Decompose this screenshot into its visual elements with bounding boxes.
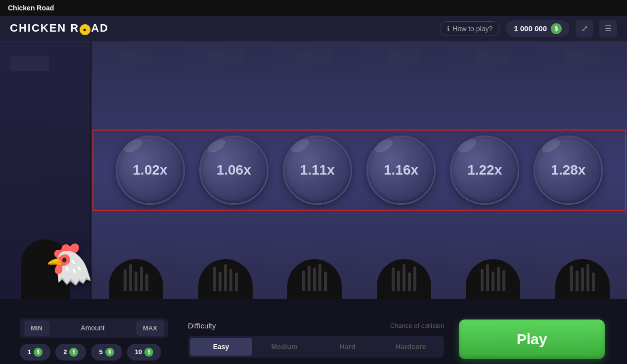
- multiplier-6[interactable]: 1.28x: [534, 136, 603, 205]
- fullscreen-button[interactable]: ⤢: [576, 20, 593, 38]
- top-decorations: [91, 49, 627, 66]
- oven-bar: [213, 267, 216, 291]
- menu-button[interactable]: ☰: [599, 20, 617, 38]
- multiplier-2[interactable]: 1.06x: [199, 136, 269, 205]
- oven-bar: [318, 264, 321, 291]
- oven-bar: [134, 272, 137, 291]
- oven-arch: [377, 259, 431, 299]
- oven-bar: [308, 266, 311, 291]
- oven-bars: [213, 267, 238, 291]
- logo: CHICKEN R●AD: [10, 22, 109, 35]
- min-button[interactable]: MIN: [24, 320, 49, 336]
- oven-3: [270, 254, 359, 299]
- oven-4: [359, 254, 449, 299]
- quick-value-1: 1: [28, 348, 31, 356]
- bottom-controls: MIN Amount MAX 1 $ 2 $ 5 $ 10 $: [0, 299, 627, 364]
- oven-bar: [124, 269, 127, 291]
- quick-value-4: 10: [135, 348, 142, 356]
- quick-amount-2[interactable]: 2 $: [55, 344, 86, 361]
- difficulty-hard[interactable]: Hard: [316, 338, 379, 356]
- oven-bar: [129, 264, 132, 291]
- title-bar: Chicken Road: [0, 0, 627, 16]
- quick-value-2: 2: [63, 348, 67, 356]
- difficulty-easy[interactable]: Easy: [190, 338, 252, 356]
- multiplier-5[interactable]: 1.22x: [450, 136, 519, 205]
- info-icon: ℹ: [447, 25, 449, 33]
- quick-amount-1[interactable]: 1 $: [20, 344, 50, 361]
- logo-o: ●: [80, 24, 90, 35]
- oven-bar: [576, 271, 579, 291]
- oven-bars: [124, 267, 148, 291]
- difficulty-medium[interactable]: Medium: [253, 338, 315, 356]
- deco-block: [476, 49, 510, 66]
- max-button[interactable]: MAX: [136, 320, 164, 336]
- balance-display: 1 000 000 $: [506, 20, 570, 37]
- oven-bar: [581, 268, 584, 291]
- oven-bar: [224, 264, 227, 291]
- difficulty-label: Difficulty: [188, 321, 216, 330]
- header-right: ℹ How to play? 1 000 000 $ ⤢ ☰: [440, 20, 617, 38]
- currency-icon: $: [551, 23, 562, 34]
- quick-dollar-2: $: [69, 348, 78, 357]
- multiplier-value-2: 1.06x: [217, 162, 251, 178]
- how-to-play-label: How to play?: [452, 25, 493, 33]
- oven-bar: [481, 269, 484, 291]
- title-bar-text: Chicken Road: [8, 4, 54, 12]
- oven-arch: [287, 259, 342, 299]
- quick-amount-4[interactable]: 10 $: [127, 344, 161, 361]
- oven-row: [91, 254, 627, 299]
- quick-amount-3[interactable]: 5 $: [91, 344, 122, 361]
- amount-row: MIN Amount MAX: [20, 318, 168, 338]
- game-area: 🐔 1.02x 1.06x 1.11x 1.16x 1.22x 1.28x: [0, 42, 627, 299]
- oven-bars: [302, 267, 327, 291]
- header: CHICKEN R●AD ℹ How to play? 1 000 000 $ …: [0, 16, 627, 42]
- oven-bar: [586, 264, 589, 291]
- quick-amounts: 1 $ 2 $ 5 $ 10 $: [20, 344, 173, 361]
- how-to-play-button[interactable]: ℹ How to play?: [440, 21, 500, 36]
- quick-value-3: 5: [99, 348, 102, 356]
- multiplier-value-4: 1.16x: [384, 162, 418, 178]
- oven-bar: [324, 272, 327, 291]
- balance-value: 1 000 000: [514, 24, 547, 33]
- multiplier-row: 1.02x 1.06x 1.11x 1.16x 1.22x 1.28x: [92, 130, 626, 211]
- difficulty-hardcore[interactable]: Hardcore: [380, 338, 442, 356]
- deco-block: [297, 49, 332, 66]
- deco-block: [565, 49, 600, 66]
- oven-bars: [392, 267, 416, 291]
- difficulty-buttons: Easy Medium Hard Hardcore: [188, 336, 444, 358]
- oven-bar: [408, 273, 411, 291]
- multiplier-3[interactable]: 1.11x: [283, 136, 352, 205]
- play-section: Play: [459, 319, 607, 359]
- quick-dollar-1: $: [34, 348, 43, 357]
- multiplier-1[interactable]: 1.02x: [116, 136, 185, 205]
- play-button[interactable]: Play: [459, 319, 605, 359]
- oven-bar: [403, 264, 405, 291]
- oven-bar: [219, 272, 222, 291]
- oven-bar: [235, 273, 238, 291]
- collision-label: Chance of collision: [390, 322, 444, 329]
- multiplier-value-1: 1.02x: [133, 162, 168, 178]
- oven-bar: [492, 272, 494, 291]
- amount-label: Amount: [49, 324, 136, 332]
- multiplier-4[interactable]: 1.16x: [366, 136, 436, 205]
- side-decorations: [10, 56, 49, 71]
- logo-text: CHICKEN R●AD: [10, 22, 109, 35]
- oven-bar: [313, 268, 316, 291]
- multiplier-value-6: 1.28x: [551, 162, 585, 178]
- multiplier-value-3: 1.11x: [300, 162, 335, 178]
- oven-bar: [497, 267, 500, 291]
- oven-bar: [413, 267, 416, 291]
- oven-bar: [486, 264, 489, 291]
- oven-bar: [302, 271, 305, 291]
- oven-bar: [502, 270, 505, 291]
- oven-bar: [229, 269, 232, 291]
- oven-bar: [140, 267, 143, 291]
- oven-arch: [466, 259, 520, 299]
- multiplier-value-5: 1.22x: [467, 162, 502, 178]
- quick-dollar-3: $: [105, 348, 114, 357]
- oven-bar: [570, 266, 573, 291]
- deco-block: [208, 49, 243, 66]
- oven-bar: [592, 273, 595, 291]
- oven-bar: [397, 271, 400, 291]
- chicken-character: 🐔: [45, 244, 94, 284]
